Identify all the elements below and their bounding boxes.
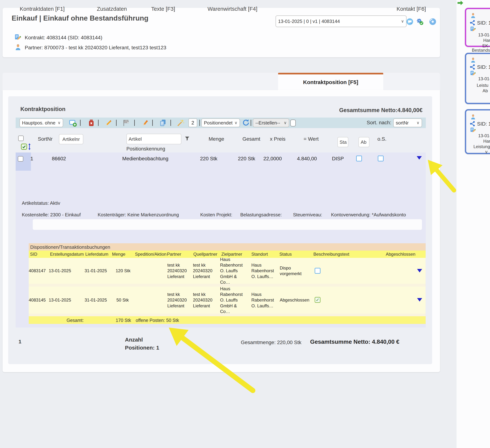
col-wert: = Wert [304, 136, 319, 142]
tab-kontraktposition[interactable]: Kontraktposition [F5] [278, 73, 383, 90]
col-positionskennung: Positionskennung [126, 146, 165, 152]
dispo-col-quellpartner: Quellpartner [193, 252, 217, 257]
history-card[interactable]: SID: 1 13-01- Har EK- Bestandsf [465, 8, 490, 47]
chevron-down-icon: ∨ [401, 19, 404, 24]
dispo-col-status: Status [279, 252, 292, 257]
abgeschlossen-filter-input[interactable]: Ab [359, 137, 369, 147]
card-line: v [485, 149, 488, 154]
erstellen-select[interactable]: --Erstellen-- ∨ [253, 118, 289, 127]
dispo-abgeschlossen-checkbox-checked[interactable]: ✓ [315, 297, 321, 303]
sort-updown-icon[interactable] [28, 143, 31, 150]
disc-icon[interactable] [429, 18, 437, 26]
checked-filter-icon[interactable] [21, 143, 27, 150]
abgeschlossen-filter-value: Ab [361, 139, 367, 145]
dispo-status: Dispo vorgemerkt [280, 258, 302, 284]
dispo-abgeschlossen-checkbox[interactable] [315, 268, 321, 274]
toolbar-separator [80, 120, 81, 126]
dispo-row-expand-triangle[interactable] [417, 269, 422, 272]
row-expand-triangle[interactable] [417, 156, 422, 160]
contract-document-icon [14, 34, 21, 41]
toolbar-separator [134, 120, 135, 126]
dispo-standort: Haus Rabenhorst O. Lauffs… [251, 258, 277, 284]
version-select[interactable]: 13-01-2025 | 0 | v1 | 4083144 ∨ [276, 16, 407, 27]
row-os-checkbox[interactable] [378, 156, 384, 161]
delete-icon[interactable] [88, 119, 95, 127]
dispo-lieferdatum: 31-01-2025 [85, 258, 107, 284]
toolbar-separator [116, 120, 117, 126]
erstellen-checkbox[interactable] [290, 120, 296, 126]
document-edit-icon [470, 26, 476, 32]
dispo-col-zielpartner: Zielpartner [221, 252, 242, 257]
dispo-menge: 120 Stk [116, 258, 131, 284]
card-sid: SID: 1 [477, 20, 490, 26]
dispo-gesamt-value: 170 Stk [116, 318, 131, 323]
comment-bubble-icon[interactable] [406, 18, 414, 26]
version-select-value: 13-01-2025 | 0 | v1 | 4083144 [278, 18, 400, 24]
toolbar-separator [199, 120, 200, 126]
finish-flag-icon[interactable] [122, 119, 130, 127]
artikel-filter-input[interactable]: Artikel [126, 134, 181, 144]
hauptpos-select-value: Hauptpos. ohne [22, 120, 57, 126]
copy-pages-icon[interactable] [159, 119, 167, 127]
tab-texte[interactable]: Texte [F3] [151, 6, 175, 12]
page-title: Einkauf | Einkauf ohne Bestandsführung [12, 14, 149, 22]
kontoverwendung-label: Kontoverwendung: *Aufwandskonto [331, 212, 406, 218]
settings-gears-icon[interactable] [416, 18, 424, 26]
col-menge: Menge [209, 136, 224, 142]
section-heading: Kontraktposition [20, 106, 65, 112]
tab-warenwirtschaft[interactable]: Warenwirtschaft [F4] [208, 6, 257, 12]
dispo-zielpartner: Haus Rabenhorst O. Lauffs GmbH & Co… [220, 287, 248, 314]
steuerniveau-label: Steuerniveau: [293, 212, 322, 218]
col-gesamt: Gesamt [243, 136, 260, 142]
filter-funnel-icon[interactable] [184, 135, 190, 142]
erstellen-select-value: --Erstellen-- [255, 120, 283, 126]
status-filter-input[interactable]: Sta [337, 137, 348, 147]
partner-line: Partner: 8700073 - test kk 20240320 Lief… [25, 45, 166, 51]
row-menge: 220 Stk [200, 156, 217, 161]
highlighter-icon[interactable] [141, 119, 149, 127]
share-icon [469, 64, 476, 70]
history-card[interactable]: SID: 1 13-01- Har Leistungs v [465, 109, 490, 154]
dispo-col-sid: SID [30, 252, 37, 257]
magic-wand-icon[interactable] [177, 119, 185, 127]
dispo-gesamt-label: Gesamt: [67, 318, 84, 323]
card-line: Leistu [477, 83, 488, 88]
dispo-menge: 50 Stk [116, 287, 129, 314]
person-icon [470, 114, 476, 120]
chevron-down-icon: ∨ [58, 120, 61, 125]
refresh-icon[interactable] [242, 119, 250, 127]
chevron-down-icon: ∨ [235, 120, 237, 125]
row-status-checkbox[interactable] [356, 156, 362, 161]
tab-zusatzdaten[interactable]: Zusatzdaten [97, 6, 127, 12]
forward-arrow-icon[interactable] [457, 0, 464, 5]
row-select-checkbox[interactable] [18, 156, 23, 161]
positionende-select[interactable]: Positionendet ∨ [201, 118, 240, 127]
position-row-handle[interactable] [16, 152, 31, 171]
artikelnr-filter-input[interactable]: Artikelnr [59, 134, 83, 144]
kontrakt-line: Kontrakt: 4083144 (SID: 4083144) [25, 35, 102, 41]
dispo-status: Abgeschlossen [280, 287, 313, 314]
row-status: DISP [332, 156, 344, 161]
add-position-icon[interactable] [69, 119, 77, 127]
dispo-row-expand-triangle[interactable] [417, 298, 422, 302]
dispo-col-beschreibungstext: Beschreibungstext [313, 252, 349, 257]
dispo-standort: Haus Rabenhorst O. Lauffs… [251, 287, 277, 314]
position-count-input[interactable]: 2 [188, 118, 197, 127]
history-card[interactable]: SID: 1 13-01- Leistu Ab [465, 53, 490, 104]
sort-select[interactable]: sortNr ∨ [393, 118, 422, 127]
tab-kontakt[interactable]: Kontakt [F6] [396, 6, 426, 12]
hauptpos-select[interactable]: Hauptpos. ohne ∨ [19, 118, 63, 127]
select-all-checkbox[interactable] [18, 135, 24, 141]
position-text-input[interactable] [33, 219, 422, 230]
edit-pencil-icon[interactable] [105, 119, 113, 127]
dispo-erstellungsdatum: 13-01-2025 [49, 258, 71, 284]
dispo-partner: test kk 20240320 Lieferant [167, 287, 192, 314]
col-os: o.S. [377, 136, 386, 142]
dispo-col-abgeschlossen: Abgeschlossen [386, 252, 415, 257]
row-artikelnr: 86602 [52, 156, 66, 161]
status-filter-value: Sta [340, 139, 347, 145]
tab-kontraktdaten[interactable]: Kontraktdaten [F1] [20, 6, 65, 12]
row-preis: 22,0000 [263, 156, 282, 161]
dispo-quellpartner: test kk 20240320 Lieferant [193, 258, 218, 284]
chevron-down-icon: ∨ [417, 120, 420, 125]
